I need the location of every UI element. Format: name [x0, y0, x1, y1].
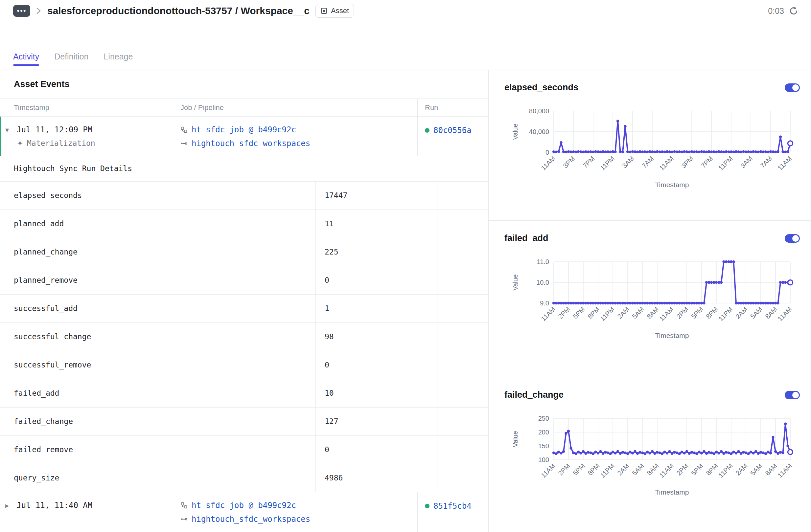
detail-row: successful_add 1	[0, 294, 488, 323]
svg-text:Value: Value	[511, 274, 519, 291]
svg-text:8PM: 8PM	[586, 306, 601, 320]
detail-row: query_size 4986	[0, 464, 488, 492]
svg-text:5AM: 5AM	[749, 306, 764, 320]
svg-text:8PM: 8PM	[705, 306, 719, 320]
detail-row: failed_remove 0	[0, 436, 488, 464]
svg-text:0: 0	[546, 149, 549, 156]
chart-section-failed-add: failed_add 11AM2PM5PM8PM11PM2AM5AM8AM11A…	[489, 221, 811, 377]
refresh-timer: 0:03	[768, 6, 784, 16]
asset-badge-label: Asset	[331, 6, 349, 15]
chart-section-elapsed-seconds: elapsed_seconds 11AM3PM7PM11PM3AM7AM11AM…	[489, 70, 811, 221]
svg-text:5AM: 5AM	[749, 462, 764, 477]
svg-text:5PM: 5PM	[571, 306, 586, 320]
event-type-label: Materialization	[27, 139, 95, 147]
detail-row: failed_change 127	[0, 407, 488, 436]
svg-text:5PM: 5PM	[690, 462, 705, 477]
svg-text:Timestamp: Timestamp	[655, 181, 689, 188]
svg-text:3PM: 3PM	[562, 155, 576, 170]
collapse-caret-icon[interactable]: ▾	[5, 126, 13, 156]
expand-caret-icon[interactable]: ▸	[5, 501, 13, 532]
job-icon	[180, 126, 188, 133]
svg-text:2PM: 2PM	[557, 462, 571, 477]
pipeline-link[interactable]: hightouch_sfdc_workspaces	[192, 515, 310, 524]
chart-title: elapsed_seconds	[504, 82, 578, 93]
svg-text:11PM: 11PM	[717, 462, 734, 479]
svg-text:Value: Value	[511, 431, 519, 447]
svg-text:Timestamp: Timestamp	[655, 488, 689, 496]
svg-text:7AM: 7AM	[641, 155, 655, 170]
svg-text:11AM: 11AM	[776, 462, 793, 479]
column-header-timestamp: Timestamp	[0, 104, 173, 112]
pipeline-link[interactable]: hightouch_sfdc_workspaces	[192, 139, 310, 148]
svg-text:11PM: 11PM	[599, 306, 615, 322]
svg-text:8AM: 8AM	[764, 462, 779, 477]
pipeline-icon	[180, 140, 188, 147]
run-id-link[interactable]: 80c0556a	[433, 126, 472, 156]
tab-bar: Activity Definition Lineage	[0, 43, 811, 70]
toggle-knob	[792, 392, 799, 398]
run-id-link[interactable]: 851f5cb4	[433, 501, 472, 532]
detail-row: failed_add 10	[0, 379, 488, 407]
svg-text:250: 250	[538, 415, 549, 422]
svg-text:8AM: 8AM	[645, 306, 660, 320]
svg-text:8PM: 8PM	[705, 462, 719, 477]
svg-text:3AM: 3AM	[739, 155, 754, 170]
column-header-run: Run	[417, 99, 488, 116]
svg-text:200: 200	[538, 428, 549, 436]
svg-text:11PM: 11PM	[599, 155, 615, 171]
elapsed-seconds-chart: 11AM3PM7PM11PM3AM7AM11AM3PM7PM11PM3AM7AM…	[504, 103, 797, 191]
svg-text:5PM: 5PM	[571, 462, 586, 477]
svg-text:11AM: 11AM	[658, 306, 675, 322]
chart-title: failed_add	[504, 233, 548, 243]
asset-events-heading: Asset Events	[0, 70, 488, 98]
detail-row: successful_change 98	[0, 323, 488, 351]
svg-text:2PM: 2PM	[557, 306, 571, 320]
top-bar: ••• salesforceproductiondonottouch-53757…	[0, 0, 811, 43]
job-link[interactable]: ht_sfdc_job @ b499c92c	[192, 125, 296, 134]
refresh-icon[interactable]	[789, 6, 798, 16]
details-heading: Hightouch Sync Run Details	[0, 156, 488, 181]
svg-text:11AM: 11AM	[539, 306, 556, 322]
breadcrumb-menu-button[interactable]: •••	[13, 5, 30, 17]
materialization-sparkle-icon	[16, 140, 24, 147]
svg-text:40,000: 40,000	[529, 128, 549, 135]
tab-definition[interactable]: Definition	[54, 43, 88, 69]
failed-add-chart: 11AM2PM5PM8PM11PM2AM5AM8AM11AM2PM5PM8PM1…	[504, 253, 797, 342]
chart-toggle[interactable]	[785, 391, 800, 399]
svg-text:11PM: 11PM	[717, 155, 734, 171]
svg-text:5AM: 5AM	[631, 462, 645, 477]
tab-activity[interactable]: Activity	[13, 43, 39, 69]
events-table-header: Timestamp Job / Pipeline Run	[0, 98, 488, 116]
job-link[interactable]: ht_sfdc_job @ b499c92c	[192, 501, 296, 510]
chevron-right-icon	[36, 7, 42, 15]
detail-row: planned_remove 0	[0, 266, 488, 294]
event-timestamp: Jul 11, 11:40 AM	[16, 501, 92, 510]
toggle-knob	[792, 84, 799, 91]
toggle-knob	[792, 235, 799, 242]
event-timestamp: Jul 11, 12:09 PM	[16, 125, 95, 134]
failed-change-chart: 11AM2PM5PM8PM11PM2AM5AM8AM11AM2PM5PM8PM1…	[504, 410, 797, 499]
svg-text:Timestamp: Timestamp	[655, 332, 689, 339]
event-row[interactable]: ▾ Jul 11, 12:09 PM Materialization	[0, 116, 488, 156]
svg-text:9.0: 9.0	[540, 299, 549, 307]
charts-panel-filler	[489, 525, 811, 532]
chart-title: failed_change	[504, 390, 564, 400]
svg-text:2AM: 2AM	[616, 462, 631, 477]
sync-run-details: Hightouch Sync Run Details elapsed_secon…	[0, 156, 488, 492]
charts-panel: elapsed_seconds 11AM3PM7PM11PM3AM7AM11AM…	[489, 70, 811, 532]
svg-text:7PM: 7PM	[581, 155, 596, 170]
chart-toggle[interactable]	[785, 83, 800, 92]
detail-row: successful_remove 0	[0, 351, 488, 379]
tab-lineage[interactable]: Lineage	[104, 43, 133, 69]
svg-text:3PM: 3PM	[680, 155, 695, 170]
asset-icon	[320, 7, 327, 14]
svg-text:5PM: 5PM	[690, 306, 705, 320]
event-row[interactable]: ▸ Jul 11, 11:40 AM ht_sfdc_job @ b499c92…	[0, 492, 488, 532]
svg-text:11.0: 11.0	[537, 258, 549, 265]
svg-text:150: 150	[538, 442, 549, 450]
column-header-job: Job / Pipeline	[173, 99, 417, 116]
svg-text:100: 100	[538, 456, 549, 463]
chart-toggle[interactable]	[785, 234, 800, 243]
svg-text:2AM: 2AM	[734, 306, 749, 320]
job-icon	[180, 502, 188, 509]
